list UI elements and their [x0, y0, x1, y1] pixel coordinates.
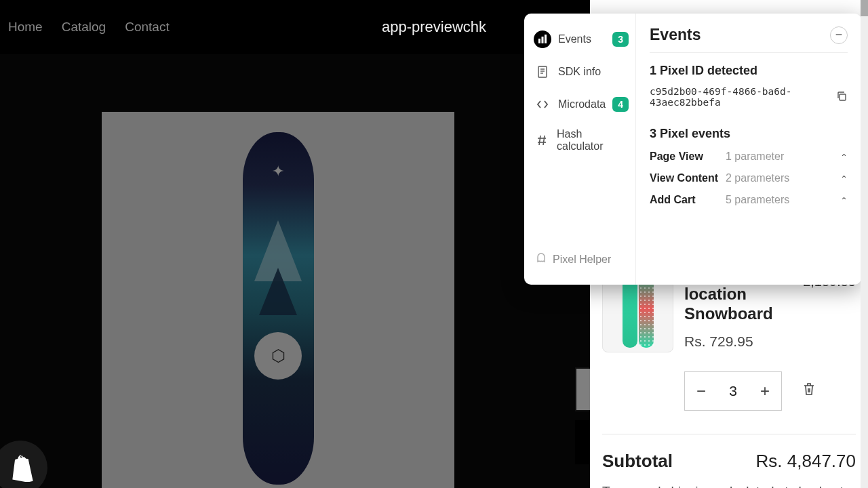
- document-icon: [534, 63, 551, 81]
- code-icon: [534, 96, 551, 113]
- minimize-button[interactable]: −: [830, 26, 848, 44]
- svg-line-10: [543, 136, 545, 145]
- nav: Home Catalog Contact: [8, 20, 170, 35]
- pixel-events-heading: 3 Pixel events: [650, 127, 848, 141]
- bar-chart-icon: [534, 30, 551, 48]
- pixel-helper-popup: Events 3 SDK info Microdata 4 Hash calcu…: [524, 14, 861, 285]
- svg-rect-2: [545, 35, 547, 43]
- event-params: 2 parameters: [726, 172, 840, 184]
- subtotal-label: Subtotal: [602, 451, 673, 472]
- scrollbar-track: [861, 0, 868, 488]
- nav-catalog[interactable]: Catalog: [62, 20, 106, 35]
- divider: [650, 52, 848, 53]
- chevron-down-icon: ⌄: [840, 195, 848, 205]
- quantity-value: 3: [717, 383, 749, 399]
- svg-rect-3: [538, 66, 547, 77]
- event-name: Add Cart: [650, 194, 726, 206]
- copy-icon[interactable]: [836, 90, 848, 104]
- decrease-button[interactable]: −: [685, 371, 717, 411]
- sidebar-item-sdk[interactable]: SDK info: [524, 56, 635, 88]
- popup-title: Events: [650, 26, 701, 44]
- ghost-icon: [535, 252, 547, 267]
- sidebar-item-microdata[interactable]: Microdata 4: [524, 88, 635, 121]
- pixel-id: c95d2b00-469f-4866-ba6d-43aec82bbefa: [650, 86, 836, 108]
- event-params: 1 parameter: [726, 150, 840, 163]
- nav-home[interactable]: Home: [8, 20, 43, 35]
- svg-rect-11: [840, 94, 846, 100]
- event-name: Page View: [650, 150, 726, 163]
- chevron-down-icon: ⌄: [840, 152, 848, 162]
- trash-icon[interactable]: [802, 382, 816, 401]
- svg-rect-0: [538, 39, 540, 43]
- nav-contact[interactable]: Contact: [125, 20, 169, 35]
- sidebar-item-label: Hash calculator: [557, 128, 626, 152]
- sidebar-item-events[interactable]: Events 3: [524, 23, 635, 56]
- event-row-addcart[interactable]: Add Cart 5 parameters ⌄: [650, 194, 848, 206]
- svg-line-9: [539, 136, 540, 145]
- svg-rect-1: [542, 37, 544, 43]
- popup-footer: Pixel Helper: [524, 244, 635, 275]
- increase-button[interactable]: +: [749, 371, 781, 411]
- sidebar-item-label: Microdata: [558, 98, 606, 110]
- pixel-detected-heading: 1 Pixel ID detected: [650, 64, 848, 78]
- scrollbar-thumb[interactable]: [861, 0, 868, 16]
- chevron-down-icon: ⌄: [840, 174, 848, 184]
- event-params: 5 parameters: [726, 194, 840, 206]
- item-title: location Snowboard: [684, 285, 856, 324]
- site-brand: app-previewchk: [382, 18, 486, 36]
- event-row-viewcontent[interactable]: View Content 2 parameters ⌄: [650, 172, 848, 184]
- item-unit-price: Rs. 729.95: [684, 333, 856, 350]
- microdata-badge: 4: [612, 97, 629, 112]
- event-name: View Content: [650, 172, 726, 184]
- sidebar-item-label: Events: [558, 33, 591, 45]
- tax-note: Taxes and shipping calculated at checkou…: [602, 484, 856, 488]
- events-badge: 3: [612, 32, 629, 47]
- popup-main: Events − 1 Pixel ID detected c95d2b00-46…: [636, 14, 861, 285]
- subtotal-value: Rs. 4,847.70: [756, 451, 856, 472]
- divider: [602, 434, 856, 434]
- sidebar-item-label: SDK info: [558, 66, 601, 78]
- quantity-stepper: − 3 +: [684, 371, 782, 411]
- hash-icon: [534, 131, 550, 149]
- popup-sidebar: Events 3 SDK info Microdata 4 Hash calcu…: [524, 14, 636, 285]
- sidebar-item-hash[interactable]: Hash calculator: [524, 121, 635, 160]
- event-row-pageview[interactable]: Page View 1 parameter ⌄: [650, 150, 848, 163]
